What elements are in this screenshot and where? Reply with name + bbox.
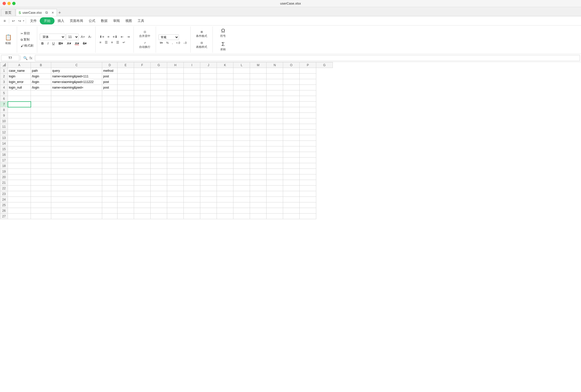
table-cell[interactable] — [300, 96, 316, 102]
bold-button[interactable]: B — [40, 41, 45, 46]
table-cell[interactable] — [200, 130, 217, 135]
table-cell[interactable] — [200, 214, 217, 219]
table-cell[interactable] — [151, 124, 167, 130]
table-cell[interactable] — [217, 85, 233, 90]
table-cell[interactable] — [167, 118, 184, 124]
table-cell[interactable] — [117, 68, 134, 74]
table-cell[interactable] — [151, 146, 167, 152]
table-cell[interactable] — [117, 118, 134, 124]
table-cell[interactable] — [8, 146, 31, 152]
table-cell[interactable] — [117, 163, 134, 169]
table-cell[interactable] — [51, 202, 102, 208]
table-cell[interactable] — [267, 135, 283, 141]
table-cell[interactable] — [267, 118, 283, 124]
table-cell[interactable] — [217, 141, 233, 146]
table-cell[interactable] — [283, 197, 300, 202]
table-cell[interactable] — [217, 163, 233, 169]
align-bottom-button[interactable]: ≡⬇ — [111, 34, 119, 39]
currency-button[interactable]: ¥▾ — [159, 41, 164, 45]
table-cell[interactable] — [134, 146, 151, 152]
align-justify-button[interactable]: ☰ — [115, 40, 121, 45]
table-cell[interactable] — [300, 146, 316, 152]
table-cell[interactable] — [300, 197, 316, 202]
table-cell[interactable] — [8, 186, 31, 191]
table-cell[interactable]: name=xiaoming&pwd=111222 — [51, 79, 102, 85]
table-cell[interactable] — [151, 169, 167, 174]
table-cell[interactable] — [233, 135, 250, 141]
table-cell[interactable] — [134, 141, 151, 146]
table-cell[interactable] — [134, 96, 151, 102]
table-cell[interactable] — [300, 124, 316, 130]
table-cell[interactable]: post — [102, 85, 117, 90]
table-cell[interactable] — [51, 96, 102, 102]
table-cell[interactable] — [134, 202, 151, 208]
table-cell[interactable] — [8, 191, 31, 197]
table-cell[interactable] — [267, 214, 283, 219]
table-cell[interactable] — [31, 135, 51, 141]
table-cell[interactable] — [117, 130, 134, 135]
table-cell[interactable] — [31, 174, 51, 180]
table-style-button[interactable]: ⊟ 表格样式 — [193, 40, 210, 50]
table-cell[interactable] — [300, 85, 316, 90]
table-cell[interactable] — [167, 107, 184, 113]
table-cell[interactable] — [134, 107, 151, 113]
col-header-l[interactable]: L — [233, 62, 250, 68]
table-cell[interactable] — [250, 90, 267, 96]
table-cell[interactable] — [200, 74, 217, 79]
table-cell[interactable] — [200, 90, 217, 96]
table-cell[interactable] — [200, 169, 217, 174]
table-cell[interactable] — [184, 118, 200, 124]
table-cell[interactable] — [250, 146, 267, 152]
table-cell[interactable] — [283, 113, 300, 118]
table-cell[interactable] — [233, 90, 250, 96]
table-cell[interactable] — [31, 191, 51, 197]
table-cell[interactable] — [283, 158, 300, 163]
table-cell[interactable] — [31, 152, 51, 158]
table-cell[interactable] — [31, 124, 51, 130]
table-cell[interactable] — [217, 174, 233, 180]
font-name-select[interactable]: 宋体 — [40, 34, 65, 40]
table-cell[interactable] — [267, 186, 283, 191]
table-cell[interactable] — [151, 135, 167, 141]
table-cell[interactable] — [151, 163, 167, 169]
table-cell[interactable] — [8, 202, 31, 208]
table-cell[interactable] — [233, 68, 250, 74]
table-cell[interactable] — [184, 107, 200, 113]
table-cell[interactable] — [117, 96, 134, 102]
font-size-increase-button[interactable]: A+ — [80, 34, 86, 39]
table-cell[interactable] — [267, 146, 283, 152]
table-cell[interactable] — [217, 152, 233, 158]
table-cell[interactable] — [300, 174, 316, 180]
table-cell[interactable] — [134, 118, 151, 124]
table-cell[interactable] — [217, 96, 233, 102]
table-cell[interactable] — [200, 174, 217, 180]
table-cell[interactable] — [250, 174, 267, 180]
table-cell[interactable]: /login — [31, 74, 51, 79]
table-cell[interactable] — [117, 102, 134, 107]
table-cell[interactable] — [267, 158, 283, 163]
table-cell[interactable] — [283, 118, 300, 124]
table-cell[interactable] — [200, 135, 217, 141]
table-cell[interactable] — [134, 79, 151, 85]
table-cell[interactable] — [31, 102, 51, 107]
table-cell[interactable] — [300, 74, 316, 79]
table-cell[interactable] — [117, 197, 134, 202]
table-cell[interactable] — [283, 74, 300, 79]
table-cell[interactable] — [217, 107, 233, 113]
table-cell[interactable] — [51, 174, 102, 180]
table-cell[interactable] — [31, 141, 51, 146]
row-number-9[interactable]: 9 — [0, 113, 8, 118]
table-cell[interactable] — [267, 74, 283, 79]
table-cell[interactable] — [184, 208, 200, 214]
table-cell[interactable] — [102, 107, 117, 113]
col-header-c[interactable]: C — [51, 62, 102, 68]
table-cell[interactable] — [167, 74, 184, 79]
zoom-icon[interactable]: 🔍 — [23, 55, 28, 61]
table-cell[interactable] — [117, 214, 134, 219]
col-header-i[interactable]: I — [184, 62, 200, 68]
table-cell[interactable] — [283, 186, 300, 191]
table-cell[interactable] — [184, 174, 200, 180]
table-cell[interactable] — [31, 107, 51, 113]
table-cell[interactable] — [250, 152, 267, 158]
table-cell[interactable] — [267, 174, 283, 180]
